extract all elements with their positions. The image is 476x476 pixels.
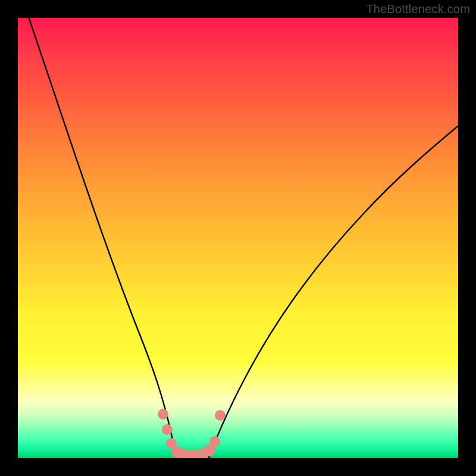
marker-dot (158, 409, 168, 419)
chart-frame: TheBottleneck.com (0, 0, 476, 476)
curve-layer (18, 18, 458, 458)
watermark-text: TheBottleneck.com (366, 2, 470, 16)
bottom-marker-group (158, 409, 226, 458)
marker-dot (209, 436, 220, 447)
marker-dot (162, 424, 173, 435)
left-branch-curve (27, 18, 178, 458)
marker-dot (215, 410, 226, 421)
right-branch-curve (208, 125, 458, 458)
plot-area (18, 18, 458, 458)
